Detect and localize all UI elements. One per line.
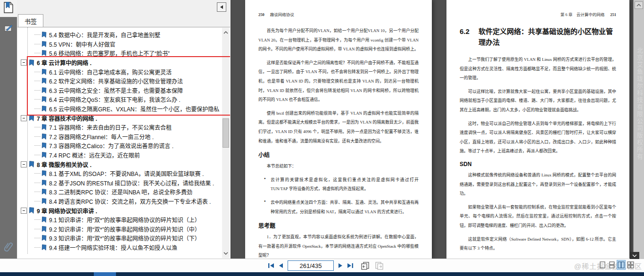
bookmark-chapter-item[interactable]: 8 章 微服务相关协议 .	[17, 159, 230, 169]
bookmark-ribbon-icon	[41, 41, 47, 47]
page-body-right: 上一节我们了解了使用原生的 VLAN 和 Linux 网桥的方式来进行云平台的管…	[460, 55, 616, 259]
body-paragraph: 这时，物业可以派自己的物业管理人员到每个单元的楼梯那里，将电梯的上下行速度调快一…	[460, 119, 616, 156]
document-viewer: 250 趣谈网络协议 首先为每个用户分配不同的VLAN，如给一个用户分配VLAN…	[231, 0, 644, 259]
bookmarks-panel-icon	[4, 2, 13, 15]
single-page-view-button[interactable]	[598, 260, 606, 269]
panel-icon-rail	[0, 0, 17, 259]
bookmark-ribbon-icon	[41, 124, 47, 130]
collapse-panel-button[interactable]	[217, 2, 226, 12]
scroll-up-icon[interactable]	[222, 29, 230, 36]
bookmark-item[interactable]: 5.6 移动网络：去巴塞罗那，手机也上不了“脸书”	[17, 49, 230, 58]
tab-bookmarks-label: 书签	[25, 17, 37, 25]
prev-page-button[interactable]	[279, 263, 283, 268]
bookmark-ribbon-icon	[41, 189, 47, 195]
bookmark-chapter-item[interactable]: 6 章 云计算中的网络 .	[17, 58, 230, 67]
windows-taskbar[interactable]	[0, 272, 644, 276]
tab-bookmarks[interactable]: 书签	[18, 14, 43, 27]
bookmark-label: 7.3 容器网络之Calico：为了高效说出善意的谎言 .	[49, 142, 173, 150]
bookmark-label: 5.6 移动网络：去巴塞罗那，手机也上不了“脸书”	[49, 49, 170, 57]
collapse-left-arrow-icon	[220, 5, 223, 9]
bookmark-item[interactable]: 7.4 RPC 概述：远在天边，近在眼前	[17, 151, 230, 160]
bookmark-label: 8.1 基于XML 的SOAP：不要说NBA，请说美国职业篮球联赛 .	[49, 169, 204, 177]
signature-panel-button[interactable]	[0, 21, 17, 38]
bookmark-ribbon-icon	[41, 198, 47, 204]
bookmark-item[interactable]: 6.2 软件定义网络：共享基础设施的小区物业管理办法	[17, 76, 230, 86]
bookmark-label: 8 章 微服务相关协议 .	[37, 160, 91, 168]
continuous-facing-view-button[interactable]	[627, 260, 635, 269]
bookmark-label: 8.4 跨语言类RPC 协议：交流之前，双方先交换一下专业术语表 .	[49, 197, 211, 205]
continuous-view-button[interactable]	[608, 260, 616, 269]
bookmark-item[interactable]: 9.1 知识串讲：用“双*”的故事串起网络协议的碎片知识（上）	[17, 215, 230, 225]
page-navigation-toolbar	[268, 260, 384, 271]
collapse-minus-icon[interactable]	[21, 208, 27, 214]
bookmark-label: 5.4 数据中心：我是开发商，自己拿地盖别墅	[49, 31, 160, 39]
prev-page-icon	[279, 263, 283, 268]
previous-view-button[interactable]	[361, 262, 370, 270]
last-page-icon	[347, 263, 354, 268]
bookmark-ribbon-icon	[41, 32, 47, 38]
document-scrollbar[interactable]: 北京艾鱼珑尔科技有限公司版权所有	[633, 0, 644, 259]
bookmarks-panel-button[interactable]	[0, 0, 17, 17]
next-view-button[interactable]	[374, 262, 384, 270]
bookmark-item[interactable]: 6.5 云中网络之隔离GRE、VXLAN：虽然住一个小区，也要保护隐私	[17, 104, 230, 114]
next-page-button[interactable]	[338, 263, 343, 268]
bookmark-item[interactable]: 7.1 容器网络：来去自由的日子，不买公寓去合租	[17, 123, 230, 132]
collapse-minus-icon[interactable]	[21, 59, 27, 66]
collapse-minus-icon[interactable]	[21, 161, 27, 167]
body-paragraph: 这样是否能保证两个用户之间的隔离性呢？不同的用户由于网桥不通，不能相互通信，一旦…	[258, 59, 419, 105]
page-body-left: 首先为每个用户分配不同的VLAN，如给一个用户分配VLAN 10，另一个用户分配…	[258, 26, 419, 259]
collapse-toolbar-button[interactable]	[630, 252, 639, 259]
first-page-icon	[268, 263, 274, 268]
doc-scroll-up-icon[interactable]	[635, 1, 643, 9]
bookmark-item[interactable]: 8.4 跨语言类RPC 协议：交流之前，双方先交换一下专业术语表 .	[17, 197, 230, 206]
tree-connector	[34, 219, 41, 220]
bookmark-chapter-item[interactable]: 7 章 容器技术中的网络 .	[17, 113, 230, 123]
bookmark-label: 9.1 知识串讲：用“双*”的故事串起网络协议的碎片知识（上）	[49, 216, 200, 224]
section-number: 6.2	[460, 26, 479, 48]
bookmark-ribbon-icon	[41, 244, 47, 251]
sidebar-tab-row: 书签	[17, 14, 231, 27]
bookmark-item[interactable]: 7.2 容器网络之Flannel：每人一亩三分地 .	[17, 132, 230, 142]
last-page-button[interactable]	[347, 263, 354, 268]
page-indicator-input[interactable]	[288, 260, 334, 271]
bookmark-label: 7.4 RPC 概述：远在天边，近在眼前	[49, 151, 140, 159]
attachments-panel-button[interactable]	[0, 242, 17, 254]
bookmark-item[interactable]: 6.4 云中网络之QoS：室友疯狂下电影，我该怎么办 .	[17, 95, 230, 104]
scrollbar-thumb[interactable]	[223, 118, 229, 148]
tree-connector	[34, 53, 41, 53]
body-paragraph: 上一节我们了解了使用原生的 VLAN 和 Linux 网桥的方式来进行云平台的管…	[460, 55, 616, 83]
facing-view-button[interactable]	[617, 260, 625, 269]
tree-connector	[34, 136, 41, 137]
bookmark-item[interactable]: 5.5 VPN：朝中有人好做官	[17, 40, 230, 49]
bookmark-item[interactable]: 9.2 知识串讲：用“双*”的故事串起网络协议的碎片知识（中）	[17, 224, 230, 234]
bookmark-label: 8.3 二进制类RPC 协议：还是叫NBA 吧，总说全称多费劲	[49, 188, 192, 196]
bookmark-chapter-item[interactable]: 9 章 网络协议知识串讲 .	[17, 206, 230, 215]
bookmark-item[interactable]: 8.1 基于XML 的SOAP：不要说NBA，请说美国职业篮球联赛 .	[17, 169, 230, 178]
bookmark-ribbon-icon	[41, 152, 47, 158]
scroll-down-icon[interactable]	[222, 250, 230, 257]
body-paragraph: 这种模式就像传统的网络设备和普通的 Linux 网桥的模式，配置整个云平台的网络…	[460, 171, 616, 199]
bookmark-item[interactable]: 9.3 知识串讲：用“双*”的故事串起网络协议的碎片知识（下）	[17, 234, 230, 243]
collapse-minus-icon[interactable]	[21, 115, 27, 121]
running-header-left: 250 趣谈网络协议	[258, 11, 419, 17]
bookmark-item[interactable]: 6.1 云中网络：自己拿地成本高，购买公寓更灵活	[17, 67, 230, 76]
bookmark-item[interactable]: 8.2 基于JSON 的RESTful 接口协议：我不关心过程，请给我结果 .	[17, 178, 230, 188]
taskbar-active-app[interactable]	[94, 272, 116, 276]
bookmark-item[interactable]: 7.3 容器网络之Calico：为了高效说出善意的谎言 .	[17, 141, 230, 151]
bookmark-label: 9.4 搭建一个网络实验环境：授人以鱼不如授人以渔	[49, 243, 177, 251]
bookmark-item[interactable]: 6.3 云中网络之安全：虽然不是土豪，也需要基本保障	[17, 86, 230, 95]
running-title-left: 趣谈网络协议	[270, 11, 294, 17]
vertical-copyright-watermark: 北京艾鱼珑尔科技有限公司版权所有	[635, 47, 644, 160]
bookmark-item[interactable]: 9.4 搭建一个网络实验环境：授人以鱼不如授人以渔	[17, 243, 230, 252]
first-page-button[interactable]	[268, 263, 274, 268]
bookmark-ribbon-icon	[29, 115, 34, 121]
tree-connector	[34, 99, 41, 100]
bookmark-item[interactable]: 8.3 二进制类RPC 协议：还是叫NBA 吧，总说全称多费劲	[17, 187, 230, 197]
bookmark-label: 9 章 网络协议知识串讲 .	[37, 207, 97, 215]
body-paragraph: 云计算的关键技术是虚拟化，这里我们重点关注的是虚拟网卡通过打开 TUN/TAP …	[258, 176, 419, 194]
bookmark-item[interactable]: 5.4 数据中心：我是开发商，自己拿地盖别墅	[17, 30, 230, 40]
bookmarks-scrollbar[interactable]	[222, 28, 230, 258]
body-paragraph: 可以这样比喻，云计算就像大家一起住公寓，要共享小区里面的基础设施，其中网络就相当…	[460, 87, 616, 115]
tree-connector	[34, 34, 41, 35]
bookmark-label: 6.5 云中网络之隔离GRE、VXLAN：虽然住一个小区，也要保护隐私	[49, 105, 219, 113]
